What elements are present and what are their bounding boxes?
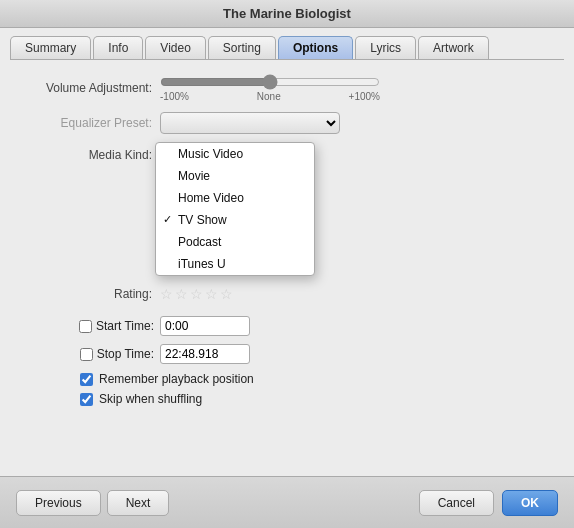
dropdown-item-podcast[interactable]: Podcast — [156, 231, 314, 253]
cancel-button[interactable]: Cancel — [419, 490, 494, 516]
skip-shuffling-label: Skip when shuffling — [99, 392, 202, 406]
window-title: The Marine Biologist — [223, 6, 351, 21]
start-time-label-wrap: Start Time: — [30, 319, 160, 333]
options-content: Volume Adjustment: -100% None +100% Equa… — [0, 60, 574, 476]
rating-row: Rating: ☆ ☆ ☆ ☆ ☆ — [30, 286, 544, 302]
tab-options[interactable]: Options — [278, 36, 353, 59]
slider-labels: -100% None +100% — [160, 91, 380, 102]
equalizer-label: Equalizer Preset: — [30, 116, 160, 130]
start-time-checkbox[interactable] — [79, 320, 92, 333]
ok-button[interactable]: OK — [502, 490, 558, 516]
tabs-container: Summary Info Video Sorting Options Lyric… — [0, 28, 574, 59]
dropdown-item-itunes-u[interactable]: iTunes U — [156, 253, 314, 275]
star-4[interactable]: ☆ — [205, 286, 218, 302]
volume-label: Volume Adjustment: — [30, 81, 160, 95]
tab-lyrics[interactable]: Lyrics — [355, 36, 416, 59]
skip-shuffling-checkbox[interactable] — [80, 393, 93, 406]
stop-time-input[interactable] — [160, 344, 250, 364]
remember-playback-row: Remember playback position — [80, 372, 544, 386]
start-time-input[interactable] — [160, 316, 250, 336]
remember-playback-checkbox[interactable] — [80, 373, 93, 386]
volume-min-label: -100% — [160, 91, 189, 102]
bottom-bar: Previous Next Cancel OK — [0, 476, 574, 528]
tab-sorting[interactable]: Sorting — [208, 36, 276, 59]
volume-none-label: None — [257, 91, 281, 102]
star-3[interactable]: ☆ — [190, 286, 203, 302]
remember-playback-label: Remember playback position — [99, 372, 254, 386]
equalizer-row: Equalizer Preset: — [30, 112, 544, 134]
star-2[interactable]: ☆ — [175, 286, 188, 302]
volume-row: Volume Adjustment: -100% None +100% — [30, 74, 544, 102]
skip-shuffling-row: Skip when shuffling — [80, 392, 544, 406]
tab-info[interactable]: Info — [93, 36, 143, 59]
star-1[interactable]: ☆ — [160, 286, 173, 302]
stop-time-checkbox[interactable] — [80, 348, 93, 361]
start-time-label: Start Time: — [96, 319, 154, 333]
dropdown-item-music-video[interactable]: Music Video — [156, 143, 314, 165]
volume-slider[interactable] — [160, 74, 380, 90]
media-kind-label: Media Kind: — [30, 148, 160, 162]
dropdown-item-movie[interactable]: Movie — [156, 165, 314, 187]
tab-video[interactable]: Video — [145, 36, 205, 59]
checks-section: Remember playback position Skip when shu… — [30, 372, 544, 406]
rating-stars[interactable]: ☆ ☆ ☆ ☆ ☆ — [160, 286, 233, 302]
nav-buttons: Previous Next — [16, 490, 169, 516]
previous-button[interactable]: Previous — [16, 490, 101, 516]
action-buttons: Cancel OK — [419, 490, 558, 516]
stop-time-label: Stop Time: — [97, 347, 154, 361]
start-time-row: Start Time: — [30, 316, 544, 336]
equalizer-select[interactable] — [160, 112, 340, 134]
stop-time-label-wrap: Stop Time: — [30, 347, 160, 361]
star-5[interactable]: ☆ — [220, 286, 233, 302]
tab-summary[interactable]: Summary — [10, 36, 91, 59]
volume-max-label: +100% — [349, 91, 380, 102]
dialog: Summary Info Video Sorting Options Lyric… — [0, 28, 574, 528]
rating-label: Rating: — [30, 287, 160, 301]
title-bar: The Marine Biologist — [0, 0, 574, 28]
tab-artwork[interactable]: Artwork — [418, 36, 489, 59]
media-kind-container: Media Kind: TV Show ▼ Music Video Movie … — [30, 144, 544, 166]
media-kind-dropdown: Music Video Movie Home Video TV Show Pod… — [155, 142, 315, 276]
next-button[interactable]: Next — [107, 490, 170, 516]
dropdown-item-tv-show[interactable]: TV Show — [156, 209, 314, 231]
volume-slider-wrap: -100% None +100% — [160, 74, 380, 102]
dropdown-item-home-video[interactable]: Home Video — [156, 187, 314, 209]
stop-time-row: Stop Time: — [30, 344, 544, 364]
